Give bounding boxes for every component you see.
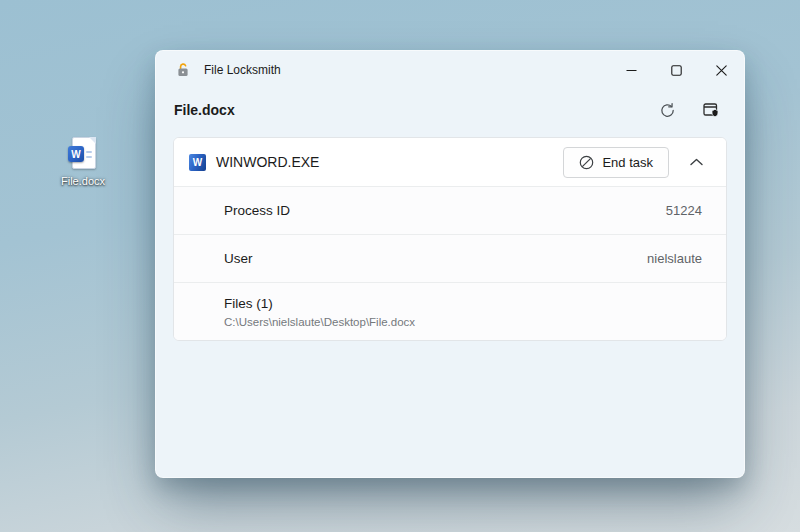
prohibition-icon (579, 155, 594, 170)
user-value: nielslaute (647, 251, 702, 266)
maximize-button[interactable] (654, 51, 699, 89)
close-button[interactable] (699, 51, 744, 89)
word-document-icon: W (68, 137, 98, 171)
winword-app-icon: W (189, 154, 206, 171)
minimize-icon (626, 65, 637, 76)
chevron-up-icon (690, 158, 703, 166)
window-title: File Locksmith (204, 63, 281, 77)
window-titlebar[interactable]: File Locksmith (156, 51, 744, 89)
open-padlock-icon (175, 62, 191, 78)
word-logo-tile: W (68, 146, 84, 162)
selected-file-name: File.docx (174, 102, 235, 118)
user-row: User nielslaute (174, 234, 726, 282)
page-fold-corner (89, 137, 96, 144)
process-id-row: Process ID 51224 (174, 186, 726, 234)
process-card: W WINWORD.EXE End task Process ID 51224 (173, 137, 727, 341)
desktop-file-icon[interactable]: W File.docx (52, 137, 114, 187)
refresh-icon (659, 102, 676, 119)
files-row: Files (1) C:\Users\nielslaute\Desktop\Fi… (174, 282, 726, 340)
process-name: WINWORD.EXE (216, 154, 319, 170)
end-task-button[interactable]: End task (563, 147, 669, 178)
minimize-button[interactable] (609, 51, 654, 89)
maximize-icon (671, 65, 682, 76)
close-icon (716, 65, 727, 76)
header-actions (648, 93, 730, 127)
refresh-button[interactable] (648, 93, 686, 127)
collapse-button[interactable] (679, 147, 713, 178)
restart-as-admin-button[interactable] (692, 93, 730, 127)
user-label: User (224, 251, 253, 266)
process-id-label: Process ID (224, 203, 290, 218)
files-count-label: Files (1) (224, 296, 702, 311)
end-task-label: End task (602, 155, 653, 170)
restart-as-admin-icon (702, 101, 720, 119)
file-locksmith-window: File Locksmith File.docx (155, 50, 745, 478)
document-text-line (86, 151, 92, 153)
locked-file-path: C:\Users\nielslaute\Desktop\File.docx (224, 316, 702, 328)
caption-buttons (609, 51, 744, 89)
document-text-line (86, 156, 92, 158)
file-header-bar: File.docx (156, 89, 744, 135)
process-header-row: W WINWORD.EXE End task (174, 138, 726, 186)
process-id-value: 51224 (666, 203, 702, 218)
desktop-icon-label: File.docx (61, 175, 105, 187)
